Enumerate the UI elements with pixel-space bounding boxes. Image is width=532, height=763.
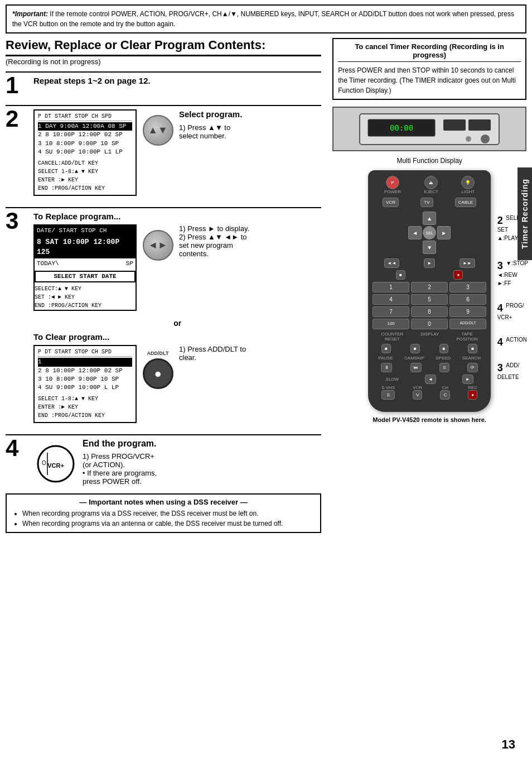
cable-mode-btn[interactable]: CABLE [455,198,476,207]
step-3-replace-icon: ◄► [141,224,175,261]
num-5-btn[interactable]: 5 [411,294,448,305]
svg-text:VCR+: VCR+ [47,462,64,469]
step-3-ri-inst-4: contents. [179,249,321,258]
vcr-final-btn[interactable]: V [413,390,422,400]
side-tab: Timer Recording [518,167,532,260]
tape-pos-btn[interactable]: ■ [439,344,449,353]
remote-numpad: 1 2 3 4 5 6 7 8 9 100 0 ADD/DLT [373,282,486,329]
eject-btn[interactable]: ⏏ [424,176,438,189]
up-btn[interactable]: ▲ [423,212,436,225]
page-title: Review, Replace or Clear Program Content… [6,38,321,56]
adddlt-label: ADD/DLT [147,351,169,356]
tv-mode-btn[interactable]: TV [420,198,433,207]
annotation-4-prog: 4 PROG/VCR+ [497,303,529,323]
step-3-replace-layout: DATE/ START STOP CH 8 SAT 10:00P 12:00P … [33,224,321,315]
step-3-clear-layout: P DT START STOP CH SPD 1 2 8 10:00P 12:0… [33,345,321,426]
step-3-clear-row-3: 3 10 8:00P 9:00P 10 SP [38,375,132,383]
slow-btn[interactable]: ◄ [425,375,436,384]
step-3-clear-title: To Clear program... [33,332,321,342]
step-3-ri-inst-3: set new program [179,241,321,249]
num-7-btn[interactable]: 7 [373,306,409,317]
page-subtitle: (Recording is not in progress) [6,57,321,66]
step-4-layout: VCR+ O End the program. 1) Press PROG/VC… [33,439,321,486]
display-btn[interactable]: ■ [410,344,420,353]
or-divider: or [33,319,321,328]
step-3-replace-inst: SELECT:▲ ▼ KEY SET :◄ ► KEY END :PROG/AC… [35,285,136,310]
step-3-clear-icon: ADD/DLT ⬤ [141,345,175,389]
step-3: 3 To Replace program... DATE/ START STOP… [6,207,321,426]
step-2-number: 2 [6,107,33,199]
svg-rect-7 [468,119,491,131]
page-number: 13 [502,737,515,752]
step-3-ri-1: SELECT:▲ ▼ KEY [35,285,136,293]
step-4-title: End the program. [83,439,321,449]
notes-item-1: When recording programs via a DSS receiv… [22,508,315,519]
step-3-ci-1: SELECT 1-8:▲ ▼ KEY [38,395,132,403]
bottom-row-2: ⏸ ⏭ S ⟳ [373,363,486,372]
step-4-inst-4: press POWER off. [83,477,321,486]
vcr-plus-icon: VCR+ O [36,444,75,483]
num-100-btn[interactable]: 100 [373,319,409,329]
rec-btn[interactable]: ● [453,270,463,280]
bottom-labels-2: PAUSE CAMSKIP SPEED SEARCH [373,356,486,361]
svhs-label: S·VHS [381,385,395,390]
stop-btn[interactable]: ■ [396,270,405,280]
num-2-btn[interactable]: 2 [411,282,448,292]
right-btn[interactable]: ► [437,226,451,239]
model-label: Model PV-V4520 remote is shown here. [332,416,526,423]
svhs-btn[interactable]: S [381,390,395,400]
num-0-btn[interactable]: 0 [411,319,448,329]
pause-btn[interactable]: ⏸ [381,363,392,372]
remote-circle-icon: ▲▼ [143,115,173,146]
down-btn[interactable]: ▼ [423,241,436,254]
timer-cancel-box: To cancel Timer Recording (Recording is … [332,38,526,100]
speed-btn[interactable]: S [439,363,449,372]
step-2-row-4: 4 SU 9:00P 10:00P L1 LP [38,148,132,156]
tape-pos2-btn[interactable]: ■ [468,344,477,353]
camskip-btn[interactable]: ⏭ [410,363,422,372]
num-6-btn[interactable]: 6 [449,294,486,305]
multi-function-label: Multi Function Display [332,157,526,165]
slow-label: SLOW [386,377,399,382]
adddlt-remote-btn[interactable]: ADD/DLT [449,319,486,329]
display-label: DISPLAY [420,332,439,342]
step-3-clear-box: P DT START STOP CH SPD 1 2 8 10:00P 12:0… [33,345,137,423]
notes-item-2: When recording programs via an antenna o… [22,519,315,529]
step-3-clear-inst: SELECT 1-8:▲ ▼ KEY ENTER :► KEY END :PRO… [38,395,132,420]
svg-point-9 [466,136,471,142]
step-3-clear-row-4: 4 SU 9:00P 10:00P L LP [38,383,132,392]
search-remote-btn[interactable]: ⟳ [467,363,478,372]
light-btn[interactable]: 💡 [461,176,475,189]
slow-fwd-btn[interactable]: ► [462,375,473,384]
eject-label: EJECT [424,189,438,194]
num-8-btn[interactable]: 8 [411,306,448,317]
dpad: ▲ ◄ SEL ► ▼ [408,212,451,254]
notes-list: When recording programs via a DSS receiv… [12,508,315,529]
power-label: POWER [384,189,401,194]
step-4-inst-2: (or ACTION). [83,460,321,469]
annotation-3-stop: 3 ▼:STOP◄:REW►:FF [497,260,529,289]
num-9-btn[interactable]: 9 [449,306,486,317]
step-3-content: To Replace program... DATE/ START STOP C… [33,212,321,426]
counter-reset-btn[interactable]: ■ [381,344,391,353]
speed-label: SPEED [436,356,451,361]
vcr-mode-btn[interactable]: VCR [383,198,399,207]
select-btn[interactable]: SEL [423,226,436,239]
rec-final-btn[interactable]: ● [468,390,477,400]
step-3-clear-row-1: 1 [38,358,132,366]
num-3-btn[interactable]: 3 [449,282,486,292]
num-1-btn[interactable]: 1 [373,282,409,292]
important-text: If the remote control POWER, ACTION, PRO… [12,10,514,28]
num-4-btn[interactable]: 4 [373,294,409,305]
left-column: Review, Replace or Clear Program Content… [6,38,327,533]
annotation-4-action: 4 ACTION [497,337,529,348]
step-3-replace-box: DATE/ START STOP CH 8 SAT 10:00P 12:00P … [33,224,137,311]
power-btn[interactable]: P [386,176,399,189]
rew-btn[interactable]: ◄◄ [384,258,400,268]
counter-reset-label: COUNTERRESET [381,332,404,342]
left-btn[interactable]: ◄ [408,226,422,239]
ff-btn[interactable]: ►► [460,258,475,268]
step-1-number: 1 [6,74,33,97]
ch-btn[interactable]: C [440,390,450,400]
play-btn[interactable]: ► [424,258,435,268]
